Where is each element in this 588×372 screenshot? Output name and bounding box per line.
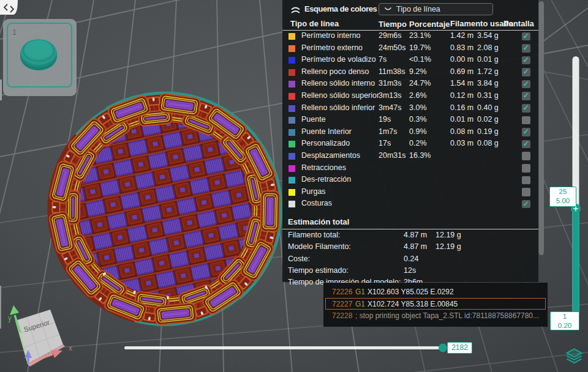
svg-text:1: 1 bbox=[12, 28, 17, 37]
svg-text:x: x bbox=[69, 344, 72, 352]
svg-text:y: y bbox=[8, 314, 12, 322]
